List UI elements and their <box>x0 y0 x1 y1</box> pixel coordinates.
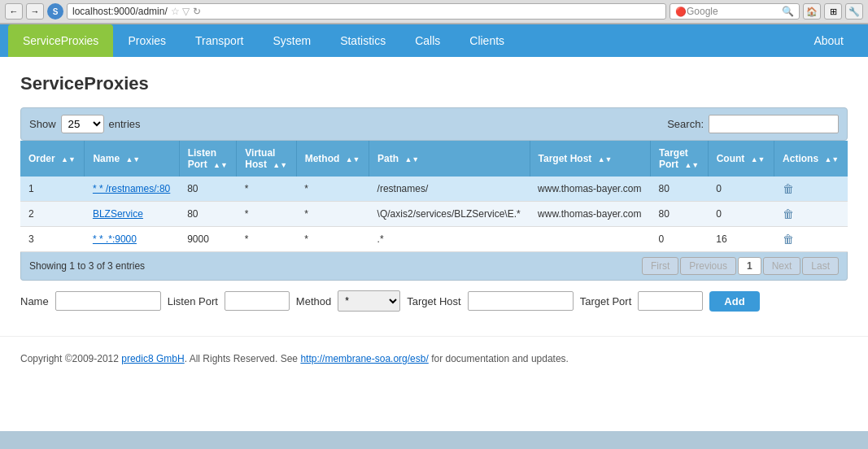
col-name[interactable]: Name ▲▼ <box>85 141 179 177</box>
nav-item-transport[interactable]: Transport <box>181 24 258 57</box>
nav-item-calls[interactable]: Calls <box>400 24 455 57</box>
pagination-bar: Showing 1 to 3 of 3 entries First Previo… <box>20 252 848 281</box>
col-count[interactable]: Count ▲▼ <box>708 141 774 177</box>
nav-item-serviceproxies[interactable]: ServiceProxies <box>8 24 113 57</box>
footer-text3: for documentation and updates. <box>429 353 569 364</box>
cell-actions: 🗑 <box>774 177 848 202</box>
sort-icon-listen-port: ▲▼ <box>213 161 228 169</box>
row-name-link[interactable]: * * .*:9000 <box>93 233 137 245</box>
back-button[interactable]: ← <box>5 3 23 20</box>
cell-name: * * /restnames/:80 <box>85 177 179 202</box>
cell-name: BLZService <box>85 202 179 227</box>
nav-item-statistics[interactable]: Statistics <box>325 24 400 57</box>
nav-item-about[interactable]: About <box>797 24 860 57</box>
cell-method: * <box>296 177 369 202</box>
page-1-button[interactable]: 1 <box>738 257 761 275</box>
target-port-input[interactable] <box>638 291 703 311</box>
sort-icon-virtual-host: ▲▼ <box>273 161 287 169</box>
cell-path: .* <box>369 227 530 252</box>
table-row: 1 * * /restnames/:80 80 * * /restnames/ … <box>20 177 848 202</box>
search-placeholder: Google <box>687 6 718 17</box>
nav-item-system[interactable]: System <box>258 24 325 57</box>
col-order[interactable]: Order ▲▼ <box>20 141 85 177</box>
sort-icon-actions: ▲▼ <box>824 155 839 163</box>
delete-icon[interactable]: 🗑 <box>783 233 794 246</box>
listen-port-label: Listen Port <box>168 295 218 307</box>
delete-icon[interactable]: 🗑 <box>783 207 794 220</box>
search-icon: 🔍 <box>782 6 794 17</box>
listen-port-input[interactable] <box>225 291 290 311</box>
col-listen-port[interactable]: ListenPort ▲▼ <box>179 141 237 177</box>
col-method[interactable]: Method ▲▼ <box>296 141 369 177</box>
bookmark-icon: ☆ ▽ <box>171 6 190 17</box>
google-logo: 🔴 <box>675 7 687 17</box>
browser-search-bar[interactable]: 🔴 Google 🔍 <box>670 3 800 20</box>
footer-link-predic8[interactable]: predic8 GmbH <box>121 353 184 364</box>
cell-actions: 🗑 <box>774 227 848 252</box>
show-entries-control: Show 10 25 50 100 entries <box>29 115 141 133</box>
page-title: ServiceProxies <box>20 73 848 94</box>
first-page-button[interactable]: First <box>642 257 678 275</box>
address-bar: localhost:9000/admin/ ☆ ▽ ↻ <box>67 3 666 20</box>
footer-link-membrane[interactable]: http://membrane-soa.org/esb/ <box>300 353 428 364</box>
col-target-host[interactable]: Target Host ▲▼ <box>530 141 650 177</box>
search-label: Search: <box>667 118 704 130</box>
page-content: ServiceProxies Show 10 25 50 100 entries <box>0 57 868 328</box>
target-port-label: Target Port <box>580 295 632 307</box>
nav-item-clients[interactable]: Clients <box>455 24 519 57</box>
table-controls: Show 10 25 50 100 entries Search: <box>20 107 848 141</box>
last-page-button[interactable]: Last <box>802 257 839 275</box>
col-path[interactable]: Path ▲▼ <box>369 141 530 177</box>
show-label: Show <box>29 118 56 130</box>
col-actions: Actions ▲▼ <box>774 141 848 177</box>
row-name-link[interactable]: * * /restnames/:80 <box>93 183 170 194</box>
nav-right: About <box>797 24 860 57</box>
service-proxies-table: Order ▲▼ Name ▲▼ ListenPort ▲▼ VirtualHo… <box>20 141 848 252</box>
cell-order: 1 <box>20 177 85 202</box>
search-input[interactable] <box>709 115 839 133</box>
cell-name: * * .*:9000 <box>85 227 179 252</box>
col-virtual-host[interactable]: VirtualHost ▲▼ <box>237 141 296 177</box>
address-text: localhost:9000/admin/ <box>72 6 168 17</box>
cell-order: 2 <box>20 202 85 227</box>
cell-target-port: 0 <box>651 227 709 252</box>
col-target-port[interactable]: TargetPort ▲▼ <box>651 141 709 177</box>
cell-target-host: www.thomas-bayer.com <box>530 202 650 227</box>
method-select[interactable]: * GET POST PUT DELETE <box>338 290 400 312</box>
next-page-button[interactable]: Next <box>763 257 801 275</box>
refresh-icon: ↻ <box>193 6 201 17</box>
row-name-link[interactable]: BLZService <box>93 208 143 220</box>
nav-item-proxies[interactable]: Proxies <box>113 24 181 57</box>
cell-count: 0 <box>708 202 774 227</box>
target-host-input[interactable] <box>468 291 574 311</box>
sort-icon-order: ▲▼ <box>61 155 76 163</box>
entries-select[interactable]: 10 25 50 100 <box>61 115 104 133</box>
cell-target-host <box>530 227 650 252</box>
home-icon[interactable]: 🏠 <box>803 3 821 20</box>
cell-virtual-host: * <box>237 177 296 202</box>
add-form: Name Listen Port Method * GET POST PUT D… <box>20 290 848 312</box>
cell-count: 0 <box>708 177 774 202</box>
footer: Copyright ©2009-2012 predic8 GmbH. All R… <box>0 336 868 381</box>
cell-path: \Q/axis2/services/BLZService\E.* <box>369 202 530 227</box>
menu-icon[interactable]: ⊞ <box>824 3 842 20</box>
previous-page-button[interactable]: Previous <box>680 257 736 275</box>
browser-logo: S <box>47 3 63 20</box>
cell-virtual-host: * <box>237 227 296 252</box>
add-button[interactable]: Add <box>709 291 759 312</box>
table-wrapper: Show 10 25 50 100 entries Search: <box>20 107 848 281</box>
name-label: Name <box>20 295 49 307</box>
cell-target-host: www.thomas-bayer.com <box>530 177 650 202</box>
delete-icon[interactable]: 🗑 <box>783 182 794 195</box>
sort-icon-name: ▲▼ <box>125 155 140 163</box>
cell-virtual-host: * <box>237 202 296 227</box>
search-control: Search: <box>667 115 839 133</box>
cell-listen-port: 80 <box>179 177 237 202</box>
sort-icon-count: ▲▼ <box>751 155 765 163</box>
name-input[interactable] <box>55 291 161 311</box>
cell-order: 3 <box>20 227 85 252</box>
tools-icon[interactable]: 🔧 <box>845 3 863 20</box>
footer-text1: Copyright ©2009-2012 <box>20 353 121 364</box>
forward-button[interactable]: → <box>26 3 44 20</box>
navbar: ServiceProxies Proxies Transport System … <box>0 24 868 57</box>
